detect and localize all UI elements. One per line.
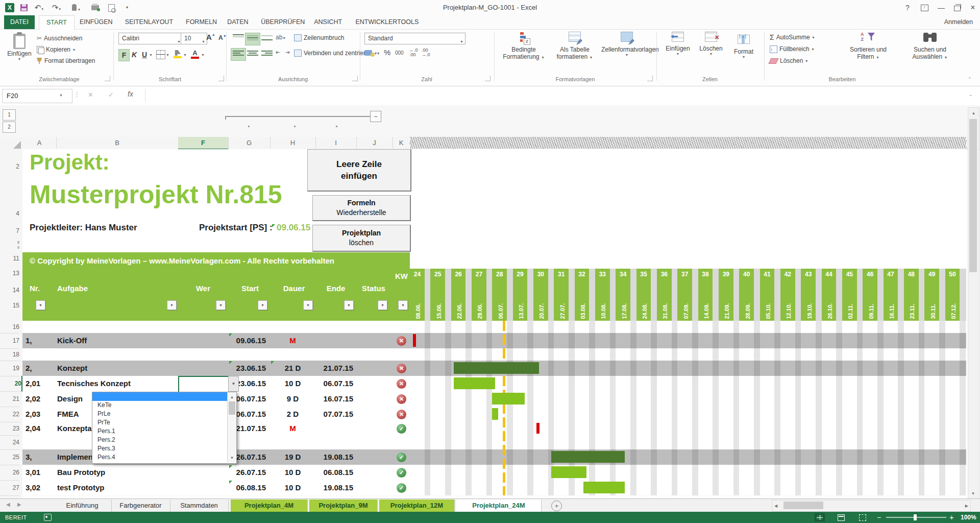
scroll-up-button[interactable]: ▲ [968, 108, 979, 115]
cell-nr[interactable]: 3,01 [26, 465, 53, 480]
cell-dropdown-button[interactable]: ▼ [228, 376, 239, 392]
cell-end[interactable]: 19.08.15 [315, 480, 353, 495]
hscroll-left-button[interactable]: ◀ [774, 504, 777, 508]
cell-task[interactable]: Bau Prototyp [57, 465, 167, 480]
align-right-button[interactable] [259, 48, 275, 61]
cell-duration[interactable]: 9 D [270, 391, 315, 407]
wrap-text-button[interactable]: Zeilenumbruch [294, 33, 344, 43]
number-format-select[interactable]: Standard▼ [364, 33, 465, 44]
font-family-select[interactable]: Calibri▼ [118, 33, 183, 44]
percent-style-button[interactable]: % [384, 48, 390, 57]
cell-duration[interactable]: M [270, 333, 315, 348]
row-header-4[interactable]: 4 [0, 209, 19, 218]
copy-button[interactable]: Kopieren ▼ [37, 45, 76, 54]
comma-style-button[interactable]: 000 [395, 50, 404, 56]
name-box-dropdown-arrow[interactable]: ▼ [59, 93, 63, 97]
shrink-font-button[interactable]: A▼ [218, 34, 227, 41]
zoom-level[interactable]: 100% [961, 514, 976, 521]
expand-formula-bar-button[interactable]: ⌄ [969, 92, 973, 97]
qat-customize-button[interactable]: ▼ [121, 2, 133, 13]
select-all-corner[interactable] [13, 141, 21, 149]
dropdown-item-pers3[interactable]: Pers.3 [92, 444, 227, 453]
column-header-A[interactable]: A [22, 137, 57, 149]
enter-formula-button[interactable]: ✓ [108, 91, 114, 99]
format-painter-button[interactable]: Format übertragen [37, 56, 95, 65]
row-header-24[interactable]: 24 [0, 435, 19, 450]
cell-duration[interactable]: 10 D [270, 480, 315, 495]
row-header-9[interactable]: 9 [0, 245, 19, 250]
dropdown-item-prle[interactable]: PrLe [92, 410, 227, 418]
row-header-2[interactable]: 2 [0, 162, 19, 171]
row-header-16[interactable]: 16 [0, 321, 19, 334]
orientation-button[interactable]: ab▼ [276, 34, 286, 41]
ribbon-tab-formeln[interactable]: FORMELN [179, 15, 224, 29]
vertical-scrollbar[interactable]: ▲ ▼ [968, 107, 979, 500]
dropdown-item-prte[interactable]: PrTe [92, 418, 227, 427]
row-header-27[interactable]: 27 [0, 480, 19, 496]
column-header-I[interactable]: I [315, 137, 357, 149]
number-dialog-launcher[interactable] [485, 76, 491, 81]
italic-button[interactable]: K [130, 49, 139, 60]
page-layout-view-button[interactable] [836, 513, 846, 521]
delete-plan-button[interactable]: Projektplanlöschen [312, 225, 411, 252]
outline-level-button-2[interactable]: 2 [3, 122, 16, 133]
filter-button-duration[interactable]: ▼ [303, 300, 313, 310]
row-header-14[interactable]: 14 [0, 286, 19, 294]
ribbon-tab-daten[interactable]: DATEN [220, 15, 255, 29]
autosum-button[interactable]: Σ AutoSumme ▼ [770, 33, 815, 42]
cell-nr[interactable]: 1, [26, 333, 53, 348]
cell-duration[interactable]: M [270, 422, 315, 435]
row-header-17[interactable]: 17 [0, 333, 19, 349]
zoom-slider-thumb[interactable] [914, 514, 917, 520]
cell-end[interactable]: 07.07.15 [315, 407, 353, 422]
underline-button[interactable]: U [140, 49, 149, 60]
project-start-value[interactable]: 09.06.15 [277, 223, 310, 233]
restore-button[interactable] [950, 2, 964, 13]
zoom-in-button[interactable]: + [949, 513, 954, 521]
cell-nr[interactable]: 3, [26, 449, 53, 465]
restore-formulas-button[interactable]: FormelnWiederherstelle [312, 195, 411, 221]
row-header-18[interactable]: 18 [0, 348, 19, 361]
ribbon-tab-entwicklertools[interactable]: ENTWICKLERTOOLS [348, 15, 426, 29]
grow-font-button[interactable]: A▲ [206, 33, 215, 41]
sheet-tab-projektplan_24m[interactable]: Projektplan_24M [456, 500, 542, 513]
save-button[interactable] [18, 2, 30, 13]
alignment-dialog-launcher[interactable] [352, 76, 358, 81]
clipboard-dialog-launcher[interactable] [105, 76, 110, 81]
zoom-out-button[interactable]: − [877, 513, 881, 521]
cell-nr[interactable]: 2,03 [26, 407, 53, 422]
table-row-18[interactable] [22, 348, 966, 362]
row-header-22[interactable]: 22 [0, 407, 19, 422]
collapse-ribbon-button[interactable]: ⌃ [968, 77, 972, 82]
cell-duration[interactable]: 10 D [270, 465, 315, 480]
row-header-23[interactable]: 23 [0, 422, 19, 436]
format-cells-button[interactable]: |↔| Format▼ [729, 32, 758, 59]
fill-color-button[interactable] [174, 50, 182, 58]
page-break-view-button[interactable] [857, 513, 868, 521]
bold-button[interactable]: F [118, 49, 130, 61]
new-sheet-button[interactable]: + [551, 501, 562, 511]
sheet-tab-stammdaten[interactable]: Stammdaten [170, 500, 229, 512]
sheet-tab-farbgenerator[interactable]: Farbgenerator [111, 500, 170, 512]
hscroll-right-button[interactable]: ▶ [965, 504, 968, 508]
cell-duration[interactable]: 10 D [270, 376, 315, 391]
sheet-tab-projektplan_4m[interactable]: Projektplan_4M [231, 500, 308, 512]
sort-filter-button[interactable]: AZ Sortieren und Filtern ▼ [841, 32, 895, 60]
styles-dialog-launcher[interactable] [647, 76, 653, 81]
row-header-20[interactable]: 20 [0, 376, 22, 392]
align-top-button[interactable] [231, 33, 246, 45]
align-bottom-button[interactable] [259, 33, 275, 45]
cell-task[interactable]: Kick-Off [57, 333, 167, 348]
row-header-15[interactable]: 15 [0, 301, 19, 310]
column-header-J[interactable]: J [356, 137, 393, 149]
column-header-F[interactable]: F [178, 137, 229, 150]
fill-button[interactable]: ↓ Füllbereich ▼ [770, 44, 815, 54]
cell-start[interactable]: 06.08.15 [228, 480, 266, 495]
cell-start[interactable]: 23.06.15 [228, 361, 266, 376]
accounting-format-button[interactable]: ▼ [364, 49, 380, 57]
touch-mode-button[interactable]: ▼ [69, 2, 81, 13]
align-left-button[interactable] [231, 48, 246, 61]
undo-button[interactable]: ↶▼ [34, 2, 45, 13]
sheet-tab-projektplan_12m[interactable]: Projektplan_12M [379, 500, 455, 512]
scroll-down-button[interactable]: ▼ [968, 491, 978, 496]
